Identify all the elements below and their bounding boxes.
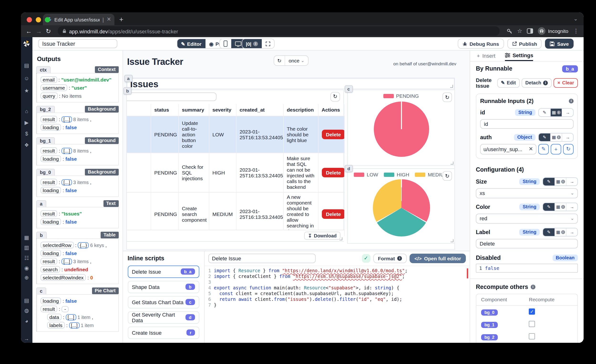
output-key[interactable]: result bbox=[40, 147, 57, 154]
connect-mode-button[interactable]: ▦i bbox=[555, 178, 566, 185]
table-row[interactable]: a0553- e-4d56- d- f7d5c3c2PENDINGCreate … bbox=[126, 192, 344, 236]
component-chip-c[interactable]: c bbox=[344, 85, 353, 92]
bookmark-star-icon[interactable]: ☆ bbox=[517, 28, 522, 34]
component-chip-b[interactable]: b bbox=[123, 87, 132, 94]
grid-icon[interactable]: ▤ bbox=[21, 63, 32, 68]
user-icon[interactable]: ☺ bbox=[21, 75, 32, 81]
output-key[interactable]: email bbox=[40, 76, 57, 83]
table-refresh-button[interactable]: ↻ bbox=[330, 92, 340, 101]
output-section-tab[interactable]: bg_2 bbox=[36, 106, 55, 112]
favorites-star-icon[interactable]: ★ bbox=[21, 88, 32, 93]
minimize-window-button[interactable] bbox=[36, 17, 41, 22]
docs-book-icon[interactable]: ▤ bbox=[21, 298, 32, 303]
tab-close-icon[interactable]: ✕ bbox=[107, 16, 111, 22]
collapsed-value-pill[interactable]: [...] bbox=[61, 116, 72, 122]
recompute-checkbox[interactable]: ✓ bbox=[529, 308, 535, 315]
browser-menu-kebab-icon[interactable]: ⋮ bbox=[573, 28, 579, 34]
save-button[interactable]: Save bbox=[545, 39, 574, 49]
table-search-input[interactable] bbox=[126, 92, 216, 101]
color-select[interactable]: red⌄ bbox=[476, 213, 578, 223]
address-bar[interactable]: app.windmill.dev/apps/edit/u/user/issue-… bbox=[58, 26, 499, 36]
static-mode-button[interactable]: ✎ bbox=[539, 108, 550, 116]
forward-icon[interactable]: → bbox=[36, 28, 42, 34]
pie-d-refresh-button[interactable]: ↻ bbox=[442, 171, 452, 181]
size-select[interactable]: xs⌄ bbox=[476, 188, 578, 198]
browser-tab[interactable]: Edit App u/user/issue-tracker | ✕ bbox=[43, 14, 114, 25]
collapsed-value-pill[interactable]: [...] bbox=[66, 314, 76, 320]
recompute-checkbox[interactable] bbox=[529, 333, 535, 339]
password-key-icon[interactable] bbox=[506, 28, 512, 34]
output-key[interactable]: search bbox=[40, 266, 60, 273]
profile-chip[interactable]: Incognito bbox=[538, 27, 568, 35]
eval-mode-button[interactable]: → bbox=[562, 133, 573, 141]
debug-runs-button[interactable]: Debug Runs bbox=[457, 39, 504, 49]
tab-list-chevron-icon[interactable]: ⌄ bbox=[574, 15, 578, 22]
connect-mode-button[interactable]: ▦i bbox=[550, 108, 562, 116]
eval-mode-button[interactable]: → bbox=[562, 108, 573, 116]
collapse-arrow-icon[interactable]: → bbox=[21, 336, 32, 341]
eval-mode-button[interactable]: → bbox=[566, 178, 577, 185]
output-section-tab[interactable]: bg_0 bbox=[36, 169, 55, 175]
static-mode-button[interactable]: ✎ bbox=[543, 228, 555, 236]
delete-issue-button[interactable]: Delete bbox=[322, 168, 344, 177]
output-key[interactable]: loading bbox=[40, 124, 61, 130]
measure-button[interactable]: |0| i bbox=[242, 39, 262, 48]
output-section-tab[interactable]: c bbox=[36, 287, 46, 294]
disabled-expression-editor[interactable]: 1 false bbox=[476, 263, 578, 273]
output-key[interactable]: result bbox=[40, 305, 57, 312]
app-canvas[interactable]: Issue Tracker ↻ once ⌄ on behalf of user… bbox=[123, 50, 470, 251]
output-section-tab[interactable]: ctx bbox=[36, 66, 51, 73]
variables-dollar-icon[interactable]: $ bbox=[21, 131, 32, 136]
static-mode-button[interactable]: ✎ bbox=[543, 203, 555, 210]
output-key[interactable]: loading bbox=[40, 155, 61, 162]
static-mode-button[interactable]: ✎ bbox=[539, 133, 550, 141]
side-panel-icon[interactable] bbox=[527, 28, 533, 34]
download-button[interactable]: ↧ Download bbox=[304, 231, 340, 240]
apps-icon[interactable]: ❖ bbox=[21, 142, 32, 148]
groups-icon[interactable]: ☷ bbox=[21, 255, 32, 260]
home-icon[interactable]: ⌂ bbox=[21, 109, 32, 114]
output-section-tab[interactable]: a bbox=[36, 200, 46, 207]
output-key[interactable]: result bbox=[40, 210, 57, 217]
collapsed-value-pill[interactable]: - bbox=[61, 306, 69, 312]
detach-runnable-button[interactable]: Detach i bbox=[522, 78, 552, 88]
component-chip-d[interactable]: d bbox=[344, 165, 353, 172]
back-icon[interactable]: ← bbox=[26, 28, 32, 34]
pie-c-refresh-button[interactable]: ↻ bbox=[442, 92, 452, 102]
reload-icon[interactable]: ↻ bbox=[46, 28, 51, 34]
delete-issue-button[interactable]: Delete bbox=[322, 209, 344, 219]
connect-mode-button[interactable]: ▦i bbox=[555, 203, 566, 210]
table-row[interactable]: 208f5- 5-428a- - ff0a2962PENDINGUpdate c… bbox=[126, 116, 344, 153]
collapsed-value-pill[interactable]: [...] bbox=[61, 179, 72, 185]
output-key[interactable]: query bbox=[40, 92, 58, 99]
inline-script-item[interactable]: Get Status Chart Datac bbox=[127, 296, 199, 308]
field-id-input[interactable] bbox=[480, 119, 574, 128]
script-name-input[interactable] bbox=[208, 253, 315, 263]
refresh-resource-button[interactable]: ↻ bbox=[563, 144, 574, 154]
output-key[interactable]: loading bbox=[40, 297, 61, 304]
collapsed-value-pill[interactable]: [...] bbox=[61, 148, 72, 154]
label-input[interactable] bbox=[476, 239, 578, 248]
clear-resource-icon[interactable]: ✕ bbox=[529, 146, 533, 152]
inline-script-item[interactable]: Get Severity Chart Datad bbox=[127, 311, 199, 323]
editor-mode-button[interactable]: ✎ Editor bbox=[177, 39, 205, 48]
output-key[interactable]: selectedRowIndex bbox=[40, 274, 86, 281]
resource-picker[interactable]: u/user/my_sup... ✕ bbox=[480, 144, 536, 154]
runs-play-icon[interactable]: ▶ bbox=[21, 120, 32, 125]
clear-runnable-button[interactable]: ×Clear bbox=[554, 78, 578, 88]
table-row[interactable]: a8d96- 7-4d2d- 4- e4143b8faPENDINGCheck … bbox=[126, 153, 344, 192]
collapsed-value-pill[interactable]: {...} bbox=[78, 242, 89, 248]
static-mode-button[interactable]: ✎ bbox=[543, 178, 555, 185]
table-component[interactable]: ↻ status summary severity cr bbox=[126, 89, 344, 241]
new-tab-button[interactable]: + bbox=[119, 15, 124, 23]
schedules-calendar-icon[interactable]: ▦ bbox=[21, 235, 32, 240]
output-section-tab[interactable]: bg_1 bbox=[36, 137, 55, 144]
maximize-window-button[interactable] bbox=[45, 17, 50, 22]
fullscreen-button[interactable] bbox=[262, 39, 274, 48]
close-window-button[interactable] bbox=[27, 17, 32, 22]
audit-eye-icon[interactable]: ◉ bbox=[21, 265, 32, 271]
collapsed-value-pill[interactable]: [...] bbox=[61, 258, 72, 264]
text-component[interactable]: Issues bbox=[127, 78, 454, 89]
output-key[interactable]: username bbox=[40, 84, 67, 91]
tab-settings[interactable]: Settings bbox=[505, 50, 533, 61]
